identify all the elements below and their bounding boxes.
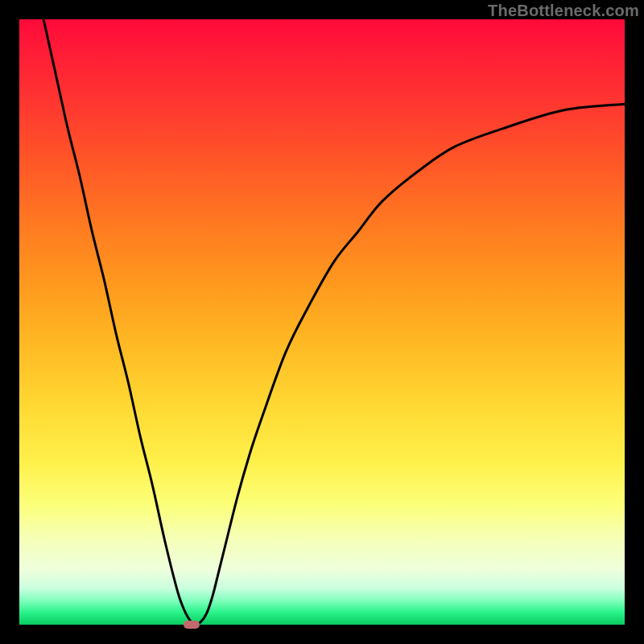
chart-frame (19, 19, 625, 625)
bottleneck-marker (184, 621, 200, 629)
watermark-text: TheBottleneck.com (488, 2, 639, 20)
chart-curve (19, 19, 625, 625)
